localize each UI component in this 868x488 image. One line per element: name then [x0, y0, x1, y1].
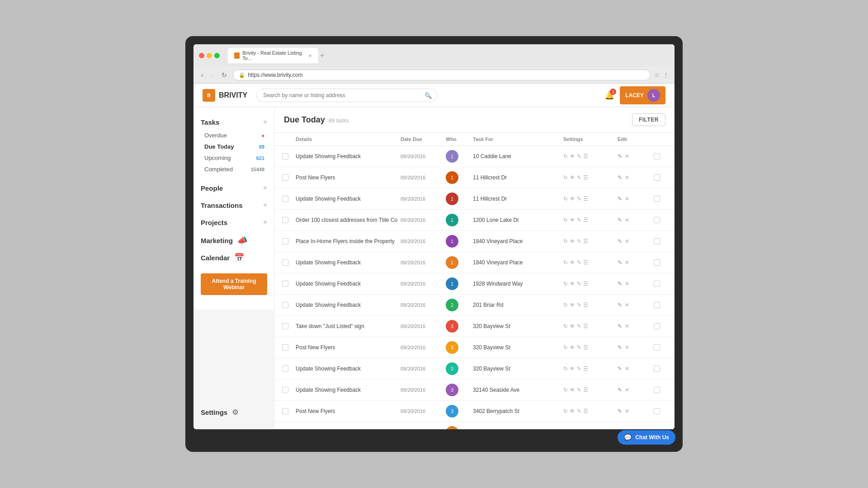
row-checkbox[interactable] — [282, 196, 296, 202]
sidebar-transactions-header[interactable]: Transactions + — [193, 197, 274, 213]
delete-icon[interactable]: ✕ — [625, 366, 629, 372]
training-webinar-button[interactable]: Attend a Training Webinar — [201, 273, 267, 295]
row-select-checkbox[interactable] — [654, 344, 667, 351]
row-checkbox[interactable] — [282, 387, 296, 393]
sync-icon[interactable]: ↻ — [563, 302, 568, 308]
edit-pencil-icon[interactable]: ✎ — [618, 196, 622, 202]
eye-icon[interactable]: 👁 — [570, 408, 575, 414]
star-icon[interactable]: ☆ — [654, 71, 660, 79]
edit-pencil-icon[interactable]: ✎ — [618, 408, 622, 414]
edit-pencil-icon[interactable]: ✎ — [618, 281, 622, 287]
sync-icon[interactable]: ↻ — [563, 323, 568, 329]
edit-pencil-icon[interactable]: ✎ — [618, 302, 622, 308]
edit-pencil-icon[interactable]: ✎ — [618, 217, 622, 223]
edit-pencil-icon[interactable]: ✎ — [618, 344, 622, 351]
sync-icon[interactable]: ↻ — [563, 238, 568, 244]
sidebar-people-header[interactable]: People + — [193, 180, 274, 196]
row-select-checkbox[interactable] — [654, 281, 667, 287]
list-icon[interactable]: ☰ — [583, 259, 588, 266]
row-select-checkbox[interactable] — [654, 302, 667, 308]
new-tab-button[interactable]: + — [320, 52, 324, 60]
close-traffic-light[interactable] — [199, 53, 204, 58]
eye-icon[interactable]: 👁 — [570, 344, 575, 351]
notification-button[interactable]: 🔔 1 — [604, 90, 614, 100]
list-icon[interactable]: ☰ — [583, 387, 588, 393]
edit-pencil-icon[interactable]: ✎ — [618, 366, 622, 372]
sync-icon[interactable]: ↻ — [563, 196, 568, 202]
row-select-checkbox[interactable] — [654, 366, 667, 372]
delete-icon[interactable]: ✕ — [625, 238, 629, 244]
tasks-add-icon[interactable]: + — [263, 118, 267, 126]
sync-icon[interactable]: ↻ — [563, 174, 568, 181]
sync-icon[interactable]: ↻ — [563, 408, 568, 414]
list-icon[interactable]: ☰ — [583, 281, 588, 287]
edit-pencil-icon[interactable]: ✎ — [618, 238, 622, 244]
row-checkbox[interactable] — [282, 153, 296, 160]
eye-icon[interactable]: 👁 — [570, 259, 575, 266]
list-icon[interactable]: ☰ — [583, 408, 588, 414]
people-add-icon[interactable]: + — [263, 184, 267, 192]
row-select-checkbox[interactable] — [654, 238, 667, 244]
delete-icon[interactable]: ✕ — [625, 153, 629, 160]
list-icon[interactable]: ☰ — [583, 217, 588, 223]
sync-icon[interactable]: ↻ — [563, 153, 568, 160]
edit-icon[interactable]: ✎ — [577, 217, 581, 223]
row-select-checkbox[interactable] — [654, 259, 667, 266]
list-icon[interactable]: ☰ — [583, 196, 588, 202]
delete-icon[interactable]: ✕ — [625, 387, 629, 393]
fullscreen-traffic-light[interactable] — [214, 53, 220, 58]
eye-icon[interactable]: 👁 — [570, 323, 575, 329]
sidebar-item-upcoming[interactable]: Upcoming 621 — [193, 152, 274, 164]
edit-icon[interactable]: ✎ — [577, 408, 581, 414]
sync-icon[interactable]: ↻ — [563, 217, 568, 223]
row-checkbox[interactable] — [282, 217, 296, 223]
projects-add-icon[interactable]: + — [263, 218, 267, 226]
tab-close-btn[interactable]: ✕ — [308, 53, 312, 58]
row-checkbox[interactable] — [282, 281, 296, 287]
sync-icon[interactable]: ↻ — [563, 387, 568, 393]
transactions-add-icon[interactable]: + — [263, 201, 267, 209]
row-select-checkbox[interactable] — [654, 217, 667, 223]
delete-icon[interactable]: ✕ — [625, 408, 629, 414]
edit-icon[interactable]: ✎ — [577, 259, 581, 266]
list-icon[interactable]: ☰ — [583, 302, 588, 308]
edit-pencil-icon[interactable]: ✎ — [618, 259, 622, 266]
list-icon[interactable]: ☰ — [583, 323, 588, 329]
row-checkbox[interactable] — [282, 366, 296, 372]
eye-icon[interactable]: 👁 — [570, 238, 575, 244]
row-checkbox[interactable] — [282, 238, 296, 244]
eye-icon[interactable]: 👁 — [570, 366, 575, 372]
row-select-checkbox[interactable] — [654, 408, 667, 414]
list-icon[interactable]: ☰ — [583, 174, 588, 181]
eye-icon[interactable]: 👁 — [570, 387, 575, 393]
sidebar-item-calendar[interactable]: Calendar 📅 — [193, 249, 274, 266]
edit-icon[interactable]: ✎ — [577, 344, 581, 351]
delete-icon[interactable]: ✕ — [625, 323, 629, 329]
delete-icon[interactable]: ✕ — [625, 217, 629, 223]
eye-icon[interactable]: 👁 — [570, 281, 575, 287]
list-icon[interactable]: ☰ — [583, 366, 588, 372]
list-icon[interactable]: ☰ — [583, 153, 588, 160]
sidebar-tasks-header[interactable]: Tasks + — [193, 114, 274, 130]
edit-icon[interactable]: ✎ — [577, 174, 581, 181]
active-tab[interactable]: Brivity - Real Estate Listing To... ✕ — [228, 48, 318, 63]
sync-icon[interactable]: ↻ — [563, 259, 568, 266]
delete-icon[interactable]: ✕ — [625, 174, 629, 181]
url-bar[interactable]: 🔒 https://www.brivity.com — [233, 70, 651, 80]
delete-icon[interactable]: ✕ — [625, 344, 629, 351]
row-checkbox[interactable] — [282, 344, 296, 351]
edit-icon[interactable]: ✎ — [577, 238, 581, 244]
sidebar-item-completed[interactable]: Completed 15448 — [193, 164, 274, 175]
sidebar-projects-header[interactable]: Projects + — [193, 215, 274, 230]
user-menu-button[interactable]: LACEY L — [620, 86, 665, 104]
list-icon[interactable]: ☰ — [583, 238, 588, 244]
edit-icon[interactable]: ✎ — [577, 153, 581, 160]
edit-pencil-icon[interactable]: ✎ — [618, 323, 622, 329]
row-checkbox[interactable] — [282, 302, 296, 308]
back-btn[interactable]: ‹ — [199, 70, 206, 80]
delete-icon[interactable]: ✕ — [625, 281, 629, 287]
eye-icon[interactable]: 👁 — [570, 196, 575, 202]
row-select-checkbox[interactable] — [654, 387, 667, 393]
sidebar-item-due-today[interactable]: Due Today 89 — [193, 141, 274, 152]
sidebar-item-marketing[interactable]: Marketing 📣 — [193, 232, 274, 249]
